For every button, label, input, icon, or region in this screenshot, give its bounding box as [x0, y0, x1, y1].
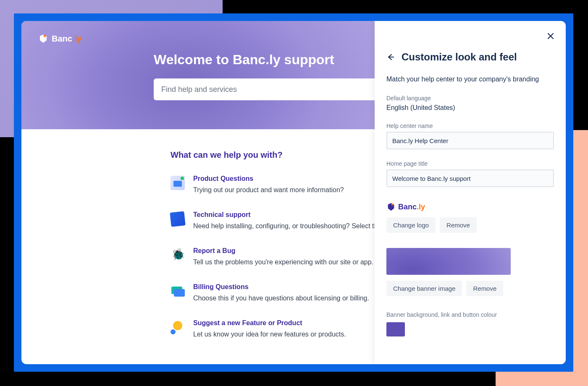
change-banner-button[interactable]: Change banner image: [386, 281, 462, 296]
home-page-title-input[interactable]: [386, 170, 554, 187]
logo-preview: Banc.ly: [386, 202, 554, 211]
panel-title: Customize look and feel: [402, 51, 517, 63]
credit-card-icon: [171, 284, 185, 298]
brand-logo-icon: [38, 34, 48, 44]
default-language-label: Default language: [386, 95, 554, 102]
home-page-title-label: Home page title: [386, 160, 554, 167]
panel-header: Customize look and feel: [386, 51, 554, 63]
color-label: Banner background, link and button colou…: [386, 311, 554, 318]
help-center-name-label: Help center name: [386, 123, 554, 129]
app-window: Banc.ly Welcome to Banc.ly support What …: [21, 21, 566, 364]
topic-desc: Let us know your idea for new features o…: [193, 329, 346, 339]
topic-desc: Need help installing, configuring, or tr…: [193, 221, 401, 231]
arrow-left-icon: [386, 53, 395, 61]
remove-logo-button[interactable]: Remove: [440, 217, 477, 233]
topic-title: Product Questions: [193, 175, 344, 183]
default-language-value: English (United States): [386, 104, 554, 112]
close-icon: [546, 32, 555, 40]
logo-preview-icon: [386, 202, 396, 211]
topic-desc: Choose this if you have questions about …: [193, 293, 369, 303]
color-swatch[interactable]: [386, 322, 405, 336]
banner-button-row: Change banner image Remove: [386, 281, 554, 296]
monitor-icon: [171, 176, 185, 190]
change-logo-button[interactable]: Change logo: [386, 217, 436, 233]
megaphone-icon: [171, 320, 185, 334]
topic-title: Billing Questions: [193, 283, 369, 291]
topic-title: Report a Bug: [193, 247, 373, 255]
document-icon: [170, 211, 185, 227]
bug-icon: [171, 248, 185, 262]
help-center-name-input[interactable]: [386, 132, 554, 149]
close-button[interactable]: [546, 32, 555, 42]
topic-desc: Tell us the problems you're experiencing…: [193, 257, 373, 267]
topic-title: Suggest a new Feature or Product: [193, 319, 346, 327]
customize-panel: Customize look and feel Match your help …: [375, 21, 566, 364]
topic-title: Technical support: [193, 211, 401, 219]
topic-desc: Trying out our product and want more inf…: [193, 185, 344, 195]
panel-subtitle: Match your help center to your company's…: [386, 76, 554, 83]
brand-name: Banc.ly: [52, 34, 81, 44]
logo-preview-text: Banc.ly: [398, 203, 425, 211]
back-button[interactable]: [386, 53, 395, 61]
banner-preview: [386, 248, 511, 275]
logo-button-row: Change logo Remove: [386, 217, 554, 233]
outer-frame: Banc.ly Welcome to Banc.ly support What …: [14, 13, 573, 372]
remove-banner-button[interactable]: Remove: [466, 281, 503, 296]
